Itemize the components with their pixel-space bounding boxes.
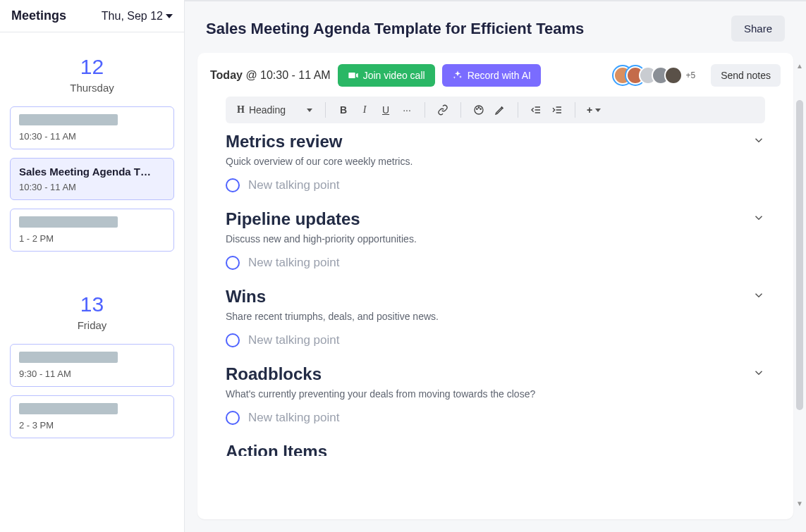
avatar-overflow-count: +5 (685, 70, 695, 80)
sparkle-icon (452, 70, 463, 81)
section-title: Wins (226, 287, 266, 307)
color-button[interactable] (470, 101, 488, 119)
record-with-ai-button[interactable]: Record with AI (442, 64, 541, 87)
event-title-placeholder (19, 403, 118, 414)
svg-point-2 (478, 107, 479, 108)
indent-button[interactable] (548, 101, 566, 119)
scrollbar-thumb[interactable] (796, 100, 803, 410)
section-title: Pipeline updates (226, 209, 360, 229)
svg-point-1 (477, 109, 477, 109)
sidebar-header: Meetings Thu, Sep 12 (0, 0, 184, 32)
talking-point-placeholder: New talking point (248, 411, 339, 425)
event-time: 1 - 2 PM (19, 233, 165, 244)
collapse-toggle[interactable] (752, 134, 765, 149)
date-picker[interactable]: Thu, Sep 12 (102, 10, 173, 23)
event-card[interactable]: 9:30 - 11 AM (10, 344, 174, 387)
chevron-down-icon (752, 366, 765, 379)
agenda-section: Pipeline updatesDiscuss new and high-pri… (226, 209, 765, 270)
main-header: Sales Meeting Agenda Template for Effici… (185, 1, 806, 49)
toolbar-separator (575, 102, 575, 118)
collapse-toggle[interactable] (752, 289, 765, 304)
section-title: Roadblocks (226, 364, 322, 384)
event-card[interactable]: 1 - 2 PM (10, 209, 174, 252)
event-title-placeholder (19, 114, 118, 125)
video-icon (348, 70, 359, 81)
bold-button[interactable]: B (334, 101, 353, 119)
heading-h-icon: H (237, 104, 245, 116)
record-with-ai-label: Record with AI (468, 70, 531, 81)
event-time: 10:30 - 11 AM (19, 131, 165, 142)
toolbar-separator (460, 102, 461, 118)
event-title-placeholder (19, 352, 118, 363)
outdent-button[interactable] (527, 101, 545, 119)
palette-icon (473, 104, 484, 116)
document-card: Today @ 10:30 - 11 AM Join video call Re… (197, 53, 793, 519)
collapse-toggle[interactable] (752, 366, 765, 382)
event-card[interactable]: 10:30 - 11 AM (10, 106, 174, 149)
section-title-partial: Action Items (226, 442, 765, 456)
chevron-down-icon (307, 109, 312, 112)
more-text-button[interactable]: ··· (398, 101, 416, 119)
new-talking-point[interactable]: New talking point (226, 178, 765, 192)
section-description: Share recent triumphs, deals, and positi… (226, 311, 765, 322)
chevron-down-icon (595, 109, 601, 112)
toolbar-separator (425, 102, 425, 118)
join-video-call-label: Join video call (363, 70, 425, 81)
heading-select[interactable]: H Heading (233, 101, 317, 119)
circle-icon (226, 178, 240, 192)
circle-icon (226, 256, 240, 270)
section-description: What's currently preventing your deals f… (226, 388, 765, 400)
section-description: Quick overview of our core weekly metric… (226, 156, 765, 167)
new-talking-point[interactable]: New talking point (226, 411, 765, 425)
formatting-toolbar: H Heading B I U ··· (226, 97, 765, 123)
share-button[interactable]: Share (731, 16, 785, 42)
scroll-up-icon[interactable]: ▲ (795, 61, 805, 70)
scroll-down-icon[interactable]: ▼ (795, 498, 805, 508)
event-time: 9:30 - 11 AM (19, 369, 165, 379)
toolbar-separator (518, 102, 518, 118)
talking-point-placeholder: New talking point (248, 333, 339, 347)
italic-button[interactable]: I (355, 101, 374, 119)
insert-button[interactable]: + (584, 101, 604, 119)
agenda-section: Metrics reviewQuick overview of our core… (226, 132, 765, 192)
event-title-placeholder (19, 216, 118, 228)
join-video-call-button[interactable]: Join video call (338, 64, 435, 87)
collapse-toggle[interactable] (752, 211, 765, 227)
event-time: 2 - 3 PM (19, 420, 165, 431)
today-word: Today (210, 69, 243, 81)
highlighter-icon (494, 104, 506, 116)
day-number: 12 (10, 55, 174, 79)
link-button[interactable] (434, 101, 452, 119)
send-notes-button[interactable]: Send notes (711, 64, 781, 87)
section-description: Discuss new and high-priority opportunit… (226, 233, 765, 245)
underline-button[interactable]: U (377, 101, 395, 119)
circle-icon (226, 333, 240, 347)
document-body[interactable]: Metrics reviewQuick overview of our core… (197, 132, 793, 519)
highlight-button[interactable] (491, 101, 509, 119)
day-name: Friday (10, 319, 174, 331)
event-card[interactable]: Sales Meeting Agenda T…10:30 - 11 AM (10, 158, 174, 200)
heading-select-label: Heading (249, 104, 286, 116)
chevron-down-icon (752, 134, 765, 147)
caret-down-icon (166, 14, 173, 18)
section-header: Metrics review (226, 132, 765, 151)
date-picker-label: Thu, Sep 12 (102, 10, 163, 23)
section-header: Pipeline updates (226, 209, 765, 229)
new-talking-point[interactable]: New talking point (226, 333, 765, 347)
toolbar-separator (325, 102, 326, 118)
sidebar-title: Meetings (11, 8, 66, 23)
talking-point-placeholder: New talking point (248, 256, 339, 270)
outdent-icon (530, 104, 542, 116)
event-time: 10:30 - 11 AM (19, 182, 165, 192)
section-header: Wins (226, 287, 765, 307)
event-card[interactable]: 2 - 3 PM (10, 395, 174, 438)
agenda-section: WinsShare recent triumphs, deals, and po… (226, 287, 765, 347)
participant-avatars[interactable]: +5 (619, 66, 695, 85)
avatar[interactable] (664, 66, 683, 85)
sidebar: Meetings Thu, Sep 12 12Thursday10:30 - 1… (0, 0, 185, 532)
main-area: Sales Meeting Agenda Template for Effici… (185, 0, 806, 532)
svg-point-3 (480, 109, 481, 109)
indent-icon (551, 104, 563, 116)
new-talking-point[interactable]: New talking point (226, 256, 765, 270)
page-title: Sales Meeting Agenda Template for Effici… (206, 20, 584, 38)
